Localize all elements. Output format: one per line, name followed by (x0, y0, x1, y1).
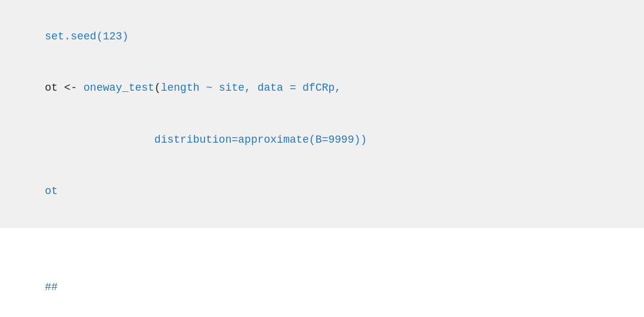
code-text-4: ot (45, 185, 58, 197)
code-text-2a: ot <- (45, 82, 83, 94)
code-text-1: set.seed(123) (45, 30, 128, 42)
output-line-title: ## Approximative Two-Sample Fisher-Pitma… (19, 313, 625, 317)
output-line-blank (19, 245, 625, 262)
code-line-1: set.seed(123) (19, 11, 625, 62)
code-text-2c: ( (154, 82, 161, 94)
code-line-2: ot <- oneway_test(length ~ site, data = … (19, 62, 625, 113)
code-text-2b: oneway_test (83, 82, 154, 94)
output-hash1: ## (45, 281, 58, 293)
code-line-3: distribution=approximate(B=9999)) (19, 114, 625, 165)
code-line-4: ot (19, 165, 625, 217)
code-text-2d: length ~ site, data = dfCRp, (161, 82, 341, 94)
code-text-3: distribution=approximate(B=9999)) (45, 134, 367, 146)
output-section: ## ## Approximative Two-Sample Fisher-Pi… (0, 228, 644, 317)
code-section: set.seed(123) ot <- oneway_test(length ~… (0, 0, 644, 228)
output-line-hash1: ## (19, 261, 625, 313)
